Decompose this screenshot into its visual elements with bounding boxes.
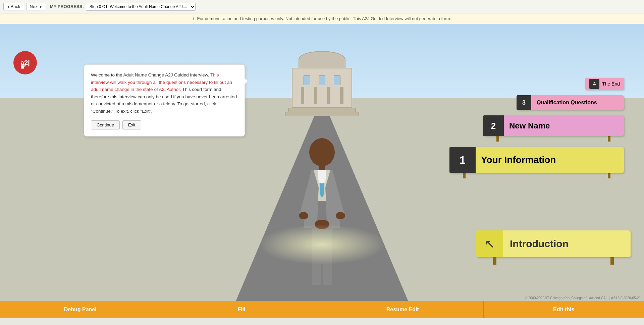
courthouse-building [285, 51, 359, 116]
stage-3-label: Qualification Questions [531, 100, 602, 106]
bubble-buttons: Continue Exit [91, 120, 238, 129]
building-window [334, 75, 340, 85]
building-column [301, 87, 304, 104]
stage-4-box: 4 The End [585, 78, 624, 90]
building-column [340, 87, 343, 104]
stage-3-box: 3 Qualification Questions [517, 95, 624, 110]
spotlight [258, 224, 386, 265]
my-progress-label: MY PROGRESS: [50, 4, 84, 9]
svg-rect-8 [323, 263, 332, 285]
info-icon: ℹ [193, 16, 195, 21]
edit-this-button[interactable]: Edit this [484, 301, 644, 318]
svg-marker-16 [318, 170, 326, 183]
resume-edit-button[interactable]: Resume Edit [322, 301, 484, 318]
highlight-text-2: A2JAuthor. [159, 87, 181, 92]
stage-1-container: 1 Your Information [449, 147, 624, 178]
stage-1-legs [449, 172, 624, 178]
building-body [292, 68, 352, 108]
svg-rect-7 [312, 263, 321, 285]
building-steps-2 [285, 112, 359, 116]
stage-leg-left [496, 136, 499, 142]
stage-2-legs [483, 136, 624, 142]
info-bar: ℹ For demonstration and testing purposes… [0, 13, 644, 24]
building-steps [288, 108, 356, 112]
intro-icon-box: ↖ [476, 230, 503, 257]
intro-stage-box: ↖ Introduction [476, 230, 631, 257]
stage-4-label: The End [602, 81, 620, 87]
stage-4-container: 4 The End [585, 78, 624, 90]
roadmap-stages: 4 The End 3 Qualification Questions 2 Ne… [449, 78, 624, 178]
intro-stage-container: ↖ Introduction [476, 230, 631, 265]
main-scene: a2j ☛ [0, 24, 644, 318]
footer-toolbar: Debug Panel Fill Resume Edit Edit this [0, 301, 644, 318]
intro-arrow-icon: ↖ [485, 237, 495, 251]
svg-point-15 [336, 212, 345, 219]
fill-button[interactable]: Fill [161, 301, 323, 318]
stage-2-number: 2 [483, 115, 504, 136]
exit-button[interactable]: Exit [122, 120, 141, 129]
stage-1-box: 1 Your Information [449, 147, 624, 173]
progress-select[interactable]: Step 0 Q1: Welcome to the Adult Name Cha… [86, 3, 196, 11]
stage-2-container: 2 New Name [483, 115, 624, 142]
svg-rect-1 [319, 164, 325, 171]
building-columns [292, 85, 352, 105]
continue-button[interactable]: Continue [91, 120, 120, 129]
stage-leg-left [463, 172, 466, 178]
building-window [319, 75, 325, 85]
intro-legs [476, 257, 631, 265]
top-navigation: ◂ Back Next ▸ MY PROGRESS: Step 0 Q1: We… [0, 0, 644, 13]
bubble-text: Welcome to the Adult Name Change A2J Gui… [91, 71, 238, 115]
cursor-icon: ☛ [20, 63, 27, 71]
stage-leg-right [608, 136, 610, 142]
building-dome [299, 51, 345, 68]
info-text: For demonstration and testing purposes o… [197, 16, 451, 21]
stage-2-box: 2 New Name [483, 115, 624, 136]
next-button[interactable]: Next ▸ [26, 3, 46, 10]
back-button[interactable]: ◂ Back [3, 3, 24, 10]
intro-label: Introduction [503, 238, 569, 250]
svg-point-0 [309, 138, 335, 166]
building-column [314, 87, 317, 104]
stage-leg-right [608, 172, 610, 178]
stage-1-label: Your Information [476, 155, 561, 165]
stage-3-container: 3 Qualification Questions [517, 95, 624, 110]
stage-2-label: New Name [504, 121, 555, 130]
speech-bubble: Welcome to the Adult Name Change A2J Gui… [84, 64, 245, 137]
stage-1-number: 1 [449, 147, 476, 173]
svg-point-14 [299, 212, 308, 219]
copyright-text: © 2000-2020 IIT Chicago-Kent College of … [525, 296, 641, 300]
building-window [304, 75, 310, 85]
intro-leg-left [493, 257, 496, 265]
building-windows [292, 68, 352, 85]
stage-4-number: 4 [589, 79, 599, 89]
debug-panel-button[interactable]: Debug Panel [0, 301, 161, 318]
building-column [327, 87, 330, 104]
intro-leg-right [610, 257, 614, 265]
stage-3-number: 3 [517, 95, 531, 110]
